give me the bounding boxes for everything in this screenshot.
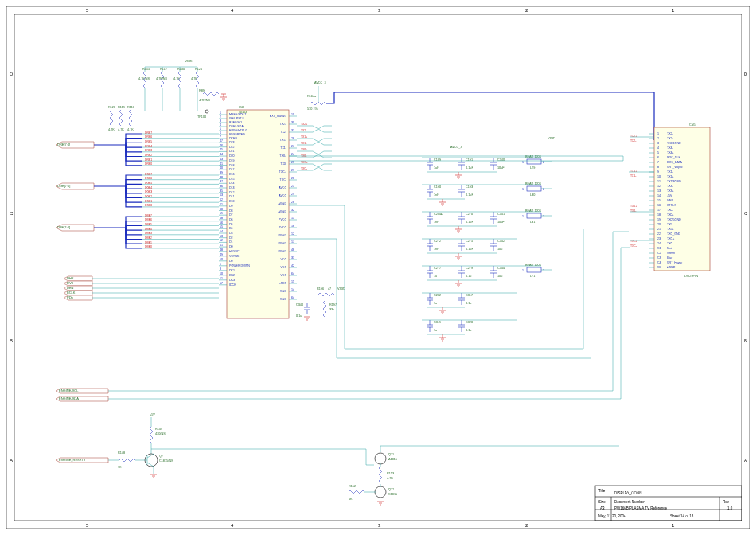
svg-text:3: 3 <box>220 119 221 123</box>
svg-text:Green: Green <box>667 252 675 255</box>
vref-net: R196 47 V33C R197 33k C340 0.1u <box>296 287 345 320</box>
svg-text:2: 2 <box>543 215 544 218</box>
svg-text:4: 4 <box>657 146 659 150</box>
svg-text:R120: R120 <box>108 106 115 109</box>
svg-text:1: 1 <box>657 132 659 135</box>
svg-text:DBE2: DBE2 <box>145 236 152 240</box>
svg-text:C: C <box>10 211 14 216</box>
reset-ckt: +5V R149 470/NS Q7 C1815/NS R148 1K <box>118 413 374 478</box>
svg-text:R164a: R164a <box>307 95 317 98</box>
svg-rect-307 <box>527 159 541 164</box>
svg-text:C204A: C204A <box>434 213 443 216</box>
svg-rect-1 <box>14 14 742 521</box>
svg-text:10: 10 <box>220 272 223 275</box>
svg-text:AGND: AGND <box>279 210 287 213</box>
svg-text:TX3-: TX3- <box>667 185 674 188</box>
svg-text:TXC-: TXC- <box>630 244 637 248</box>
svg-text:510 1%: 510 1% <box>307 107 318 111</box>
svg-text:0.1u: 0.1u <box>466 329 471 332</box>
svg-text:DGE6: DGE6 <box>145 177 152 180</box>
svg-text:C340: C340 <box>296 303 303 307</box>
svg-text:D23: D23 <box>229 141 235 144</box>
svg-text:C279: C279 <box>466 267 473 270</box>
svg-text:TX2/4GND: TX2/4GND <box>667 142 681 145</box>
svg-text:47: 47 <box>220 139 223 143</box>
svg-text:C282: C282 <box>434 294 441 297</box>
svg-text:V33C: V33C <box>185 60 193 63</box>
svg-text:4: 4 <box>231 8 234 13</box>
svg-text:61: 61 <box>220 203 223 206</box>
svg-text:TX0-: TX0- <box>280 162 287 166</box>
svg-text:TX1+: TX1+ <box>667 175 674 178</box>
svg-text:DSEL/SDA: DSEL/SDA <box>229 125 244 128</box>
svg-text:DBE6: DBE6 <box>145 218 152 221</box>
svg-text:VSYNC: VSYNC <box>229 255 240 258</box>
svg-text:8: 8 <box>220 268 221 271</box>
svg-text:1nF: 1nF <box>434 248 439 251</box>
svg-text:470/NS: 470/NS <box>155 432 166 435</box>
svg-text:2: 2 <box>543 188 544 191</box>
svg-text:TX2+: TX2+ <box>301 123 307 126</box>
svg-text:1u: 1u <box>434 302 437 305</box>
svg-text:4.7K: 4.7K <box>173 77 180 80</box>
svg-text:2: 2 <box>220 115 221 119</box>
svg-text:TXC+: TXC+ <box>630 240 637 243</box>
svg-text:PVCC: PVCC <box>279 218 286 221</box>
svg-text:V33C: V33C <box>337 287 345 291</box>
svg-text:51: 51 <box>220 244 223 247</box>
svg-text:9: 9 <box>220 263 221 266</box>
svg-text:0.1uF: 0.1uF <box>466 221 473 224</box>
svg-text:13: 13 <box>657 189 661 193</box>
svg-text:TX1+: TX1+ <box>279 139 286 142</box>
svg-text:BEAD 1206: BEAD 1206 <box>525 155 541 158</box>
svg-text:1u: 1u <box>434 329 437 332</box>
svg-text:A: A <box>744 458 747 463</box>
svg-text:TX2-: TX2- <box>280 131 287 134</box>
svg-text:EXT_SWING: EXT_SWING <box>270 115 286 118</box>
svg-text:DRE4: DRE4 <box>145 145 152 148</box>
svg-text:TXC+: TXC+ <box>279 170 286 174</box>
svg-text:D9: D9 <box>229 205 233 208</box>
svg-text:R130: R130 <box>177 68 185 71</box>
svg-text:3: 3 <box>657 142 659 145</box>
svg-text:DBE1: DBE1 <box>145 241 152 244</box>
svg-text:C342: C342 <box>497 240 505 243</box>
svg-text:DRE1: DRE1 <box>145 158 152 162</box>
svg-text:28: 28 <box>291 137 294 140</box>
svg-text:4.7K/NS: 4.7K/NS <box>156 77 168 80</box>
svg-text:TX2+: TX2+ <box>630 135 637 138</box>
svg-text:60: 60 <box>220 208 223 211</box>
svg-text:TXC-: TXC- <box>667 242 674 245</box>
svg-text:R155: R155 <box>142 68 150 71</box>
svg-text:DRE3: DRE3 <box>145 149 152 152</box>
svg-text:1K: 1K <box>349 498 353 501</box>
svg-text:TX4+: TX4+ <box>667 151 674 154</box>
svg-text:0.1u: 0.1u <box>466 302 471 305</box>
svg-text:PVCC: PVCC <box>279 226 286 229</box>
svg-text:20: 20 <box>291 177 294 180</box>
svg-text:vREF: vREF <box>279 282 287 285</box>
svg-text:TX4-: TX4- <box>667 146 674 150</box>
svg-text:ENGINE-SDA: ENGINE-SDA <box>59 396 79 400</box>
svg-text:R149: R149 <box>155 428 162 431</box>
svg-text:16: 16 <box>657 204 661 207</box>
svg-text:AGND: AGND <box>667 266 676 269</box>
title-text: DISPLAY_CONN <box>614 491 641 495</box>
svg-text:Sheet    14    of    18: Sheet 14 of 18 <box>670 514 694 518</box>
svg-text:15: 15 <box>657 199 661 202</box>
svg-text:2: 2 <box>543 269 544 272</box>
svg-rect-316 <box>527 186 541 191</box>
svg-text:55: 55 <box>220 225 223 228</box>
decoupling: C1891uFC1910.1uFC34010uFBEAD 1206L2912C1… <box>422 155 552 341</box>
svg-text:A1015: A1015 <box>388 458 397 461</box>
svg-text:C344: C344 <box>497 267 505 270</box>
svg-text:4: 4 <box>231 523 234 528</box>
svg-text:EDGE/HTPLG: EDGE/HTPLG <box>229 129 247 132</box>
svg-text:D6: D6 <box>229 218 233 221</box>
svg-text:ENGINE_RESETn: ENGINE_RESETn <box>59 458 85 462</box>
conn-ref: DVI29PIN <box>684 275 698 278</box>
svg-text:62: 62 <box>220 198 223 201</box>
svg-text:Title: Title <box>598 489 606 493</box>
svg-text:0.1u: 0.1u <box>466 275 471 278</box>
svg-text:17: 17 <box>291 240 294 244</box>
